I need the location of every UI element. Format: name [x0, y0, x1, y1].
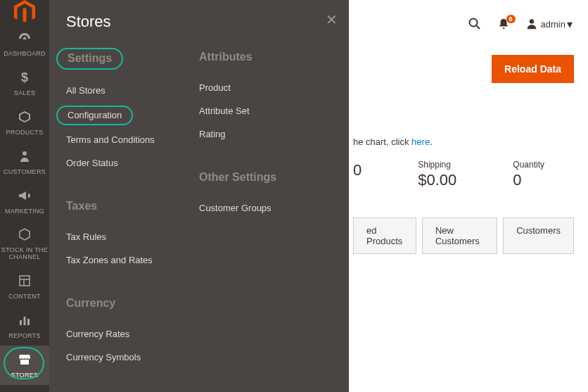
- sidebar-item-customers[interactable]: CUSTOMERS: [0, 142, 49, 182]
- admin-sidebar: DASHBOARD $ SALES PRODUCTS CUSTOMERS MAR…: [0, 0, 49, 392]
- stat-block: 0: [353, 160, 362, 189]
- svg-rect-6: [24, 317, 26, 325]
- sidebar-label: PRODUCTS: [6, 129, 44, 137]
- chevron-down-icon: ▾: [567, 18, 573, 31]
- link-customer-groups[interactable]: Customer Groups: [199, 196, 332, 220]
- sidebar-label: CUSTOMERS: [4, 169, 46, 176]
- svg-point-10: [529, 19, 533, 23]
- stats-row: 0 Shipping $0.00 Quantity 0: [353, 147, 574, 217]
- link-tax-rules[interactable]: Tax Rules: [66, 225, 199, 248]
- flyout-title: Stores: [49, 13, 349, 45]
- dollar-icon: $: [18, 70, 32, 87]
- sidebar-item-products[interactable]: PRODUCTS: [0, 103, 49, 142]
- hex-icon: [18, 227, 32, 244]
- stat-label: Quantity: [513, 160, 544, 170]
- stat-label: Shipping: [418, 160, 456, 170]
- svg-point-1: [23, 151, 27, 156]
- svg-point-8: [469, 19, 477, 27]
- flyout-col-left: Settings All Stores Configuration Terms …: [66, 45, 199, 369]
- sidebar-item-marketing[interactable]: MARKETING: [0, 182, 49, 221]
- svg-rect-7: [27, 319, 30, 325]
- link-terms[interactable]: Terms and Conditions: [66, 128, 199, 151]
- megaphone-icon: [18, 189, 32, 206]
- svg-rect-2: [20, 276, 30, 286]
- link-order-status[interactable]: Order Status: [66, 151, 199, 175]
- section-currency: Currency: [66, 297, 199, 310]
- stat-block-shipping: Shipping $0.00: [418, 160, 456, 189]
- sidebar-label: STOCK IN THE CHANNEL: [0, 247, 49, 261]
- sidebar-label: DASHBOARD: [4, 51, 46, 58]
- stat-value: 0: [513, 171, 544, 189]
- box-icon: [18, 110, 32, 127]
- highlight-annotation: [4, 347, 44, 379]
- layout-icon: [18, 274, 32, 291]
- sidebar-item-stores[interactable]: STORES: [0, 346, 49, 385]
- sidebar-label: MARKETING: [5, 208, 44, 215]
- svg-line-9: [476, 26, 480, 30]
- sidebar-item-system[interactable]: SYSTEM: [0, 385, 49, 392]
- link-product[interactable]: Product: [199, 76, 332, 99]
- admin-account-menu[interactable]: admin ▾: [525, 18, 573, 31]
- sidebar-item-stock-channel[interactable]: STOCK IN THE CHANNEL: [0, 220, 49, 267]
- section-taxes: Taxes: [66, 200, 199, 213]
- link-all-stores[interactable]: All Stores: [66, 79, 199, 102]
- close-icon[interactable]: ✕: [326, 11, 338, 28]
- stores-flyout-menu: Stores ✕ Settings All Stores Configurati…: [49, 0, 349, 392]
- reload-data-button[interactable]: Reload Data: [492, 55, 574, 83]
- person-icon: [18, 149, 32, 166]
- link-currency-rates[interactable]: Currency Rates: [66, 322, 199, 346]
- flyout-col-right: Attributes Product Attribute Set Rating …: [199, 45, 332, 369]
- sidebar-item-sales[interactable]: $ SALES: [0, 63, 49, 103]
- link-tax-zones[interactable]: Tax Zones and Rates: [66, 248, 199, 272]
- stat-value: 0: [353, 161, 362, 179]
- sidebar-item-dashboard[interactable]: DASHBOARD: [0, 24, 49, 63]
- tab-new-customers[interactable]: New Customers: [422, 217, 497, 254]
- sidebar-label: SALES: [14, 90, 36, 97]
- magento-logo-icon: [14, 0, 35, 24]
- link-currency-symbols[interactable]: Currency Symbols: [66, 346, 199, 369]
- link-configuration[interactable]: Configuration: [66, 102, 199, 128]
- highlight-annotation: Settings: [56, 48, 123, 70]
- admin-label: admin: [541, 19, 565, 30]
- sidebar-label: REPORTS: [8, 333, 40, 340]
- section-other: Other Settings: [199, 171, 332, 184]
- svg-text:$: $: [21, 70, 28, 84]
- chart-hint-link[interactable]: here: [411, 137, 430, 147]
- chart-hint-text: he chart, click here.: [353, 83, 574, 147]
- tab-products[interactable]: ed Products: [353, 217, 416, 254]
- sidebar-item-content[interactable]: CONTENT: [0, 267, 49, 306]
- top-bar: 8 admin ▾: [349, 0, 588, 48]
- magento-logo[interactable]: [0, 0, 49, 24]
- stat-block-quantity: Quantity 0: [513, 160, 544, 189]
- sidebar-item-reports[interactable]: REPORTS: [0, 306, 49, 346]
- svg-rect-5: [20, 320, 22, 325]
- stat-value: $0.00: [418, 171, 456, 189]
- notif-badge: 8: [506, 15, 516, 23]
- section-attributes: Attributes: [199, 51, 332, 63]
- dashboard-icon: [18, 31, 32, 48]
- user-icon: [525, 18, 538, 30]
- main-content: Reload Data he chart, click here. 0 Ship…: [349, 48, 588, 392]
- tabs-row: ed Products New Customers Customers: [353, 217, 574, 254]
- bars-icon: [18, 313, 32, 330]
- tab-customers[interactable]: Customers: [503, 217, 574, 254]
- sidebar-label: CONTENT: [8, 293, 41, 301]
- notifications-icon[interactable]: 8: [497, 18, 510, 30]
- highlight-annotation: Configuration: [56, 106, 133, 125]
- link-attribute-set[interactable]: Attribute Set: [199, 99, 332, 122]
- search-icon[interactable]: [468, 17, 482, 31]
- section-settings: Settings: [66, 51, 199, 66]
- link-rating[interactable]: Rating: [199, 122, 332, 146]
